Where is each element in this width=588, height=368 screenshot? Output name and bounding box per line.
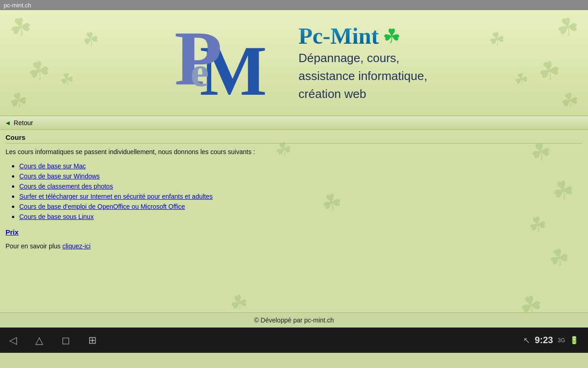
back-nav-icon[interactable]: ◁ [9,334,17,346]
recents-nav-icon[interactable]: ◻ [62,334,70,346]
clover-decor: ☘ [6,86,30,115]
grid-nav-icon[interactable]: ⊞ [88,334,96,346]
list-item: Cours de classement des photos [19,182,582,190]
logo-clover-icon: ☘ [383,24,401,48]
clover-decor: ☘ [558,86,582,115]
clover-decor: ☘ [57,69,76,90]
signal-indicator: 3G [558,337,565,344]
time-display: 9:23 [535,335,553,345]
cliquez-ici-link[interactable]: cliquez-ici [62,242,90,250]
clover-decor: ☘ [516,288,546,314]
subtitle-line1: Dépannage, cours, [299,49,427,67]
subtitle-line2: assistance informatique, [299,67,427,85]
page-title: Cours [6,133,582,144]
logo-e-letter: e [191,52,209,93]
more-info: Pour en savoir plus cliquez-ici [6,242,582,250]
list-item: Cours de base d'emploi de OpenOffice ou … [19,202,582,211]
cursor-icon: ↖ [523,335,530,345]
clover-decor: ☘ [227,289,251,314]
cours-link[interactable]: Cours de base d'emploi de OpenOffice ou … [19,203,185,210]
footer-text: © Développé par pc-mint.ch [254,316,334,324]
battery-icon: 🔋 [570,336,579,345]
back-arrow-icon: ◄ [5,119,11,126]
more-info-text: Pour en savoir plus [6,242,62,250]
home-nav-icon[interactable]: △ [35,334,43,346]
cours-link[interactable]: Cours de base sous Linux [19,213,94,220]
clover-decor: ☘ [80,27,102,52]
subtitle-line3: création web [299,85,427,103]
logo-title: Pc-Mint [299,23,379,49]
cours-link[interactable]: Cours de base sur Mac [19,162,86,170]
clover-decor: ☘ [6,10,35,44]
list-item: Surfer et télécharger sur Internet en sé… [19,192,582,201]
clover-decor: ☘ [553,10,582,44]
prix-link[interactable]: Prix [6,228,582,236]
cours-link[interactable]: Cours de classement des photos [19,183,113,190]
page-intro: Les cours informatiques se passent indiv… [6,148,582,155]
list-item: Cours de base sur Mac [19,162,582,170]
clover-decor: ☘ [512,69,530,90]
list-item: Cours de base sous Linux [19,213,582,221]
clover-decor: ☘ [535,54,564,88]
clover-decor: ☘ [486,27,508,52]
cours-list: Cours de base sur MacCours de base sur W… [19,162,582,221]
clover-decor: ☘ [24,54,54,88]
title-bar-text: pc-mint.ch [4,2,31,9]
cours-link[interactable]: Surfer et télécharger sur Internet en sé… [19,193,213,200]
back-button[interactable]: Retour [14,119,33,126]
cours-link[interactable]: Cours de base sur Windows [19,172,100,180]
list-item: Cours de base sur Windows [19,172,582,180]
